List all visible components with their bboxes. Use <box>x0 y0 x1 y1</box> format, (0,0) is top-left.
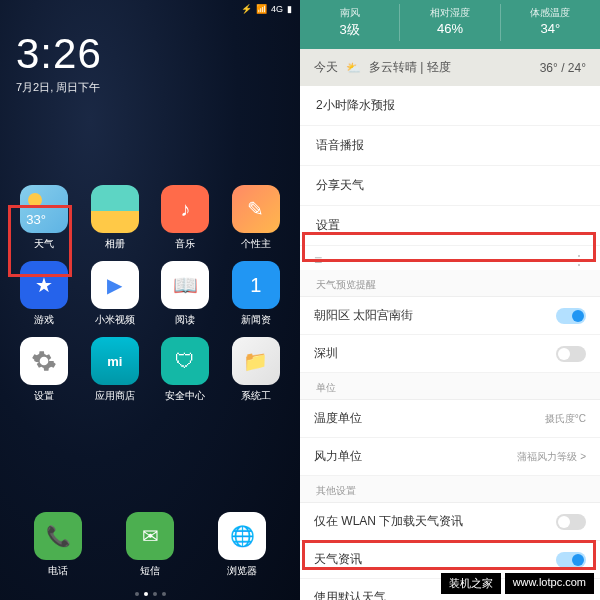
battery-icon: ▮ <box>287 4 292 14</box>
news-icon: 1 <box>232 261 280 309</box>
appstore-icon: mi <box>91 337 139 385</box>
app-personalize[interactable]: ✎ 个性主 <box>224 185 289 251</box>
app-label: 电话 <box>48 564 68 578</box>
menu-voice[interactable]: 语音播报 <box>300 126 600 166</box>
weather-settings-screen: 南风 3级 相对湿度 46% 体感温度 34° 今天 ⛅ 多云转晴 | 轻度 3… <box>300 0 600 600</box>
app-label: 设置 <box>34 389 54 403</box>
cloud-icon: ⛅ <box>346 61 361 75</box>
browser-icon: 🌐 <box>218 512 266 560</box>
feelslike-cell: 体感温度 34° <box>501 4 600 41</box>
toggle-wlan[interactable] <box>556 514 586 530</box>
section-other: 其他设置 <box>300 476 600 503</box>
app-weather[interactable]: 33° 天气 <box>12 185 77 251</box>
weather-menu: 2小时降水预报 语音播报 分享天气 设置 <box>300 86 600 246</box>
watermark: 装机之家 www.lotpc.com <box>441 573 594 594</box>
home-screen: ⚡ 📶 4G ▮ 3:26 7月2日, 周日下午 33° 天气 相册 ♪ 音乐 … <box>0 0 300 600</box>
app-gallery[interactable]: 相册 <box>83 185 148 251</box>
app-news[interactable]: 1 新闻资 <box>224 261 289 327</box>
app-music[interactable]: ♪ 音乐 <box>153 185 218 251</box>
settings-toolbar: ≡ ⋮ <box>300 246 600 270</box>
app-label: 个性主 <box>241 237 271 251</box>
toggle-info[interactable] <box>556 552 586 568</box>
app-security[interactable]: 🛡 安全中心 <box>153 337 218 403</box>
gallery-icon <box>91 185 139 233</box>
weather-header: 南风 3级 相对湿度 46% 体感温度 34° <box>300 0 600 49</box>
section-locations: 天气预览提醒 <box>300 270 600 297</box>
bluetooth-icon: ⚡ <box>241 4 252 14</box>
systools-icon: 📁 <box>232 337 280 385</box>
hamburger-icon[interactable]: ≡ <box>314 252 322 268</box>
page-indicator <box>0 592 300 596</box>
section-units: 单位 <box>300 373 600 400</box>
app-appstore[interactable]: mi 应用商店 <box>83 337 148 403</box>
humidity-cell: 相对湿度 46% <box>400 4 500 41</box>
location-chaoyang[interactable]: 朝阳区 太阳宫南街 <box>300 297 600 335</box>
network-label: 4G <box>271 4 283 14</box>
row-temp-unit[interactable]: 温度单位 摄氏度°C <box>300 400 600 438</box>
watermark-text: 装机之家 <box>441 573 501 594</box>
signal-icon: 📶 <box>256 4 267 14</box>
security-icon: 🛡 <box>161 337 209 385</box>
wind-cell: 南风 3级 <box>300 4 400 41</box>
today-cond: 多云转晴 | 轻度 <box>369 59 451 76</box>
status-bar: ⚡ 📶 4G ▮ <box>0 0 300 18</box>
messages-icon: ✉ <box>126 512 174 560</box>
row-wlan-only[interactable]: 仅在 WLAN 下加载天气资讯 <box>300 503 600 541</box>
row-wind-unit[interactable]: 风力单位 蒲福风力等级 > <box>300 438 600 476</box>
reader-icon: 📖 <box>161 261 209 309</box>
app-games[interactable]: 游戏 <box>12 261 77 327</box>
mivideo-icon: ▶ <box>91 261 139 309</box>
app-label: 短信 <box>140 564 160 578</box>
clock-date: 7月2日, 周日下午 <box>16 80 284 95</box>
app-label: 阅读 <box>175 313 195 327</box>
app-label: 应用商店 <box>95 389 135 403</box>
today-label: 今天 <box>314 59 338 76</box>
settings-icon <box>20 337 68 385</box>
location-shenzhen[interactable]: 深圳 <box>300 335 600 373</box>
app-settings[interactable]: 设置 <box>12 337 77 403</box>
app-label: 安全中心 <box>165 389 205 403</box>
app-systools[interactable]: 📁 系统工 <box>224 337 289 403</box>
app-label: 音乐 <box>175 237 195 251</box>
app-label: 相册 <box>105 237 125 251</box>
more-icon[interactable]: ⋮ <box>572 252 586 268</box>
menu-settings[interactable]: 设置 <box>300 206 600 246</box>
games-icon <box>20 261 68 309</box>
app-label: 系统工 <box>241 389 271 403</box>
music-icon: ♪ <box>161 185 209 233</box>
watermark-url: www.lotpc.com <box>505 573 594 594</box>
app-grid: 33° 天气 相册 ♪ 音乐 ✎ 个性主 游戏 ▶ 小米视频 📖 阅读 1 <box>0 95 300 403</box>
weather-icon: 33° <box>20 185 68 233</box>
phone-icon: 📞 <box>34 512 82 560</box>
app-label: 小米视频 <box>95 313 135 327</box>
toggle-loc2[interactable] <box>556 346 586 362</box>
menu-share[interactable]: 分享天气 <box>300 166 600 206</box>
app-mivideo[interactable]: ▶ 小米视频 <box>83 261 148 327</box>
personalize-icon: ✎ <box>232 185 280 233</box>
today-temps: 36° / 24° <box>540 61 586 75</box>
app-label: 浏览器 <box>227 564 257 578</box>
dock: 📞 电话 ✉ 短信 🌐 浏览器 <box>0 512 300 578</box>
app-label: 游戏 <box>34 313 54 327</box>
clock-widget[interactable]: 3:26 7月2日, 周日下午 <box>0 18 300 95</box>
today-row[interactable]: 今天 ⛅ 多云转晴 | 轻度 36° / 24° <box>300 49 600 86</box>
dock-messages[interactable]: ✉ 短信 <box>126 512 174 578</box>
clock-time: 3:26 <box>16 30 284 78</box>
menu-precip[interactable]: 2小时降水预报 <box>300 86 600 126</box>
dock-phone[interactable]: 📞 电话 <box>34 512 82 578</box>
app-label: 天气 <box>34 237 54 251</box>
dock-browser[interactable]: 🌐 浏览器 <box>218 512 266 578</box>
app-reader[interactable]: 📖 阅读 <box>153 261 218 327</box>
toggle-loc1[interactable] <box>556 308 586 324</box>
app-label: 新闻资 <box>241 313 271 327</box>
